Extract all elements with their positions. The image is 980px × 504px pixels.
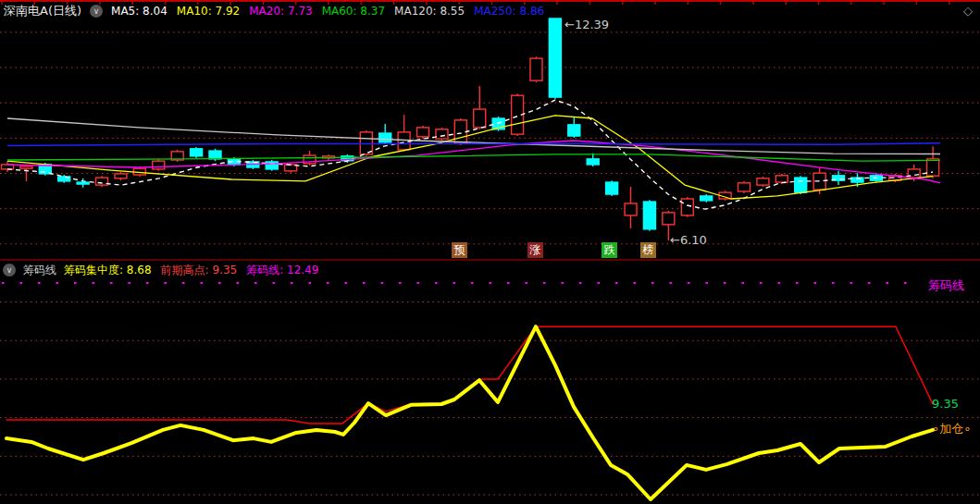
candle-body[interactable] [701,196,713,201]
ma-value-label: MA5: 8.04 [111,5,167,18]
candle-body[interactable] [587,159,599,165]
indicator-header: ∨ 筹码线 筹码集中度: 8.68前期高点: 9.35筹码线: 12.49 [3,263,318,277]
indicator-values: 筹码集中度: 8.68前期高点: 9.35筹码线: 12.49 [64,263,318,278]
ma-value-label: MA250: 8.86 [474,5,544,18]
stock-app-window: { "header": { "title": "深南电A(日线)", "coll… [0,0,980,504]
stock-title: 深南电A(日线) [4,3,81,19]
candle-body[interactable] [643,202,655,229]
chart-canvas[interactable]: ←12.39←6.109.35∘加仓∘筹码线 [0,0,980,504]
candle-body[interactable] [474,109,486,128]
diamond-icon[interactable]: ◇ [963,4,973,18]
candle-body[interactable] [625,203,637,215]
title-bar: 深南电A(日线) ∨ MA5: 8.04MA10: 7.92MA20: 7.73… [4,3,544,19]
indicator-value-label: 筹码线: 12.49 [246,263,318,278]
candle-body[interactable] [436,129,448,139]
overlay-chip-涨[interactable]: 涨 [527,242,543,258]
chevron-down-icon[interactable]: ∨ [3,264,16,277]
high-price-annotation: ←12.39 [564,18,609,31]
candle-body[interactable] [191,149,203,156]
candle-body[interactable] [153,161,165,169]
candle-body[interactable] [795,178,807,192]
candle-body[interactable] [738,183,750,191]
indicator-value-label: 前期高点: 9.35 [161,263,238,278]
buy-signal-label: ∘加仓∘ [932,422,971,436]
indicator-value-label: 筹码集中度: 8.68 [64,263,152,278]
candle-body[interactable] [606,182,618,194]
indicator-line-prev-high [6,326,933,424]
candle-body[interactable] [115,174,127,178]
candle-body[interactable] [209,151,221,159]
candle-body[interactable] [568,125,580,136]
candle-body[interactable] [530,58,542,80]
ma-line-ma60 [7,154,940,161]
low-price-annotation: ←6.10 [670,233,707,247]
indicator-line-concentration [6,326,933,499]
ma-line-ma5 [7,100,933,209]
ma-value-label: MA60: 8.37 [322,5,385,18]
candle-body[interactable] [681,199,693,215]
overlay-chip-预[interactable]: 预 [452,242,467,258]
candle-body[interactable] [927,159,939,176]
ma-line-ma250 [7,143,940,146]
candle-body[interactable] [417,128,429,137]
candle-body[interactable] [77,182,89,184]
ma-value-label: MA120: 8.55 [394,5,465,18]
candle-body[interactable] [663,213,675,225]
candle-body[interactable] [549,18,561,97]
level-label: 9.35 [932,397,959,411]
candle-body[interactable] [757,178,769,185]
ma-value-label: MA10: 7.92 [177,5,240,18]
overlay-chip-榜[interactable]: 榜 [640,242,656,258]
chip-line-label: 筹码线 [928,278,964,292]
candle-body[interactable] [454,120,466,143]
ma-value-label: MA20: 7.73 [249,5,312,18]
candle-body[interactable] [20,166,32,168]
candle-body[interactable] [379,133,391,142]
overlay-chip-跌[interactable]: 跌 [602,242,617,258]
ma-values: MA5: 8.04MA10: 7.92MA20: 7.73MA60: 8.37M… [111,5,544,18]
candle-body[interactable] [775,176,788,182]
indicator-name[interactable]: 筹码线 [23,263,56,278]
chevron-down-icon[interactable]: ∨ [90,5,103,18]
